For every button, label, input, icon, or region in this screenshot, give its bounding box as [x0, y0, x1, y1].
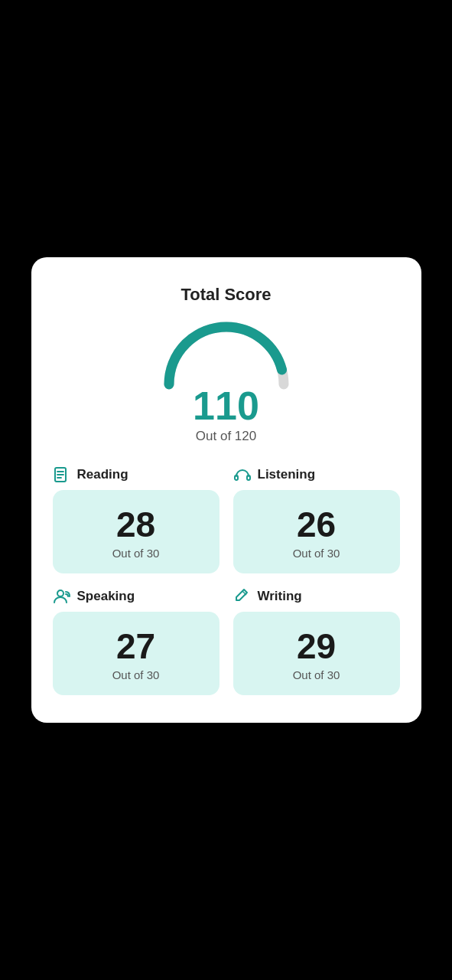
listening-section: Listening 26 Out of 30: [233, 466, 400, 573]
listening-icon: [233, 466, 252, 484]
score-card: Total Score 110 Out of 120 Reading: [31, 257, 421, 723]
speaking-score: 27: [116, 629, 155, 664]
speaking-label: Speaking: [53, 587, 219, 606]
total-score-outof: Out of 120: [196, 429, 256, 444]
writing-score: 29: [297, 629, 336, 664]
reading-score: 28: [116, 507, 155, 542]
listening-label: Listening: [233, 466, 400, 484]
speaking-outof: Out of 30: [112, 668, 160, 681]
listening-outof: Out of 30: [293, 547, 340, 560]
sections-grid: Reading 28 Out of 30 Listening 26 Out of…: [53, 466, 400, 695]
gauge-container: 110 Out of 120: [53, 315, 400, 444]
svg-rect-5: [247, 475, 250, 480]
reading-section: Reading 28 Out of 30: [53, 466, 219, 573]
writing-label: Writing: [233, 587, 400, 606]
speaking-score-box: 27 Out of 30: [53, 612, 219, 695]
gauge-svg: [158, 315, 295, 392]
listening-score: 26: [297, 507, 336, 542]
writing-score-box: 29 Out of 30: [233, 612, 400, 695]
total-score-title: Total Score: [53, 285, 400, 305]
reading-label: Reading: [53, 466, 219, 484]
svg-point-6: [57, 590, 63, 596]
total-score-number: 110: [193, 386, 259, 426]
writing-outof: Out of 30: [293, 668, 340, 681]
reading-score-box: 28 Out of 30: [53, 490, 219, 573]
reading-icon: [53, 466, 71, 484]
reading-outof: Out of 30: [112, 547, 160, 560]
speaking-section: Speaking 27 Out of 30: [53, 587, 219, 695]
speaking-icon: [53, 587, 71, 606]
writing-section: Writing 29 Out of 30: [233, 587, 400, 695]
svg-rect-4: [235, 475, 238, 480]
listening-score-box: 26 Out of 30: [233, 490, 400, 573]
writing-icon: [233, 587, 252, 606]
